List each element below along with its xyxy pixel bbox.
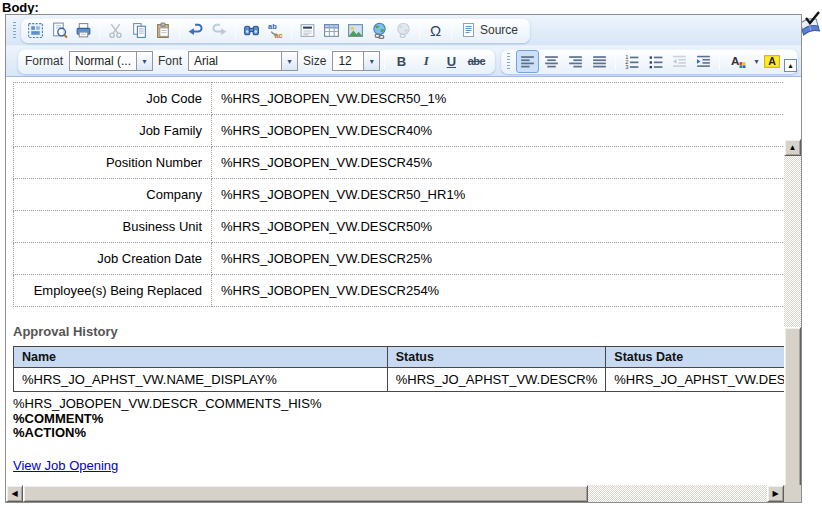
field-label-cell: Job Family (14, 115, 212, 147)
footer-tokens: %HRS_JOBOPEN_VW.DESCR_COMMENTS_HIS% %COM… (13, 397, 784, 441)
field-label-cell: Position Number (14, 147, 212, 179)
field-value-cell: %HRS_JOBOPEN_VW.DESCR254% (212, 275, 785, 307)
field-value-cell: %HRS_JOBOPEN_VW.DESCR50_1% (212, 83, 785, 115)
text-color-icon[interactable]: A (724, 50, 752, 73)
italic-button[interactable]: I (414, 50, 438, 72)
format-dropdown[interactable]: Normal (... ▾ (69, 51, 153, 71)
horizontal-scrollbar[interactable]: ◀ ▶ (6, 485, 784, 502)
field-label-cell: Business Unit (14, 211, 212, 243)
copy-icon[interactable] (128, 19, 151, 42)
outdent-icon[interactable] (668, 50, 691, 73)
align-left-icon[interactable] (516, 50, 539, 73)
svg-text:Ω: Ω (430, 22, 441, 38)
chevron-down-icon[interactable]: ▾ (363, 52, 379, 70)
underline-button[interactable]: U (439, 50, 463, 72)
field-value-cell: %HRS_JOBOPEN_VW.DESCR50_HR1% (212, 179, 785, 211)
size-value: 12 (333, 52, 363, 70)
view-job-opening-link[interactable]: View Job Opening (13, 458, 118, 473)
font-value: Arial (189, 52, 281, 70)
table-row: Job Creation Date%HRS_JOBOPEN_VW.DESCR25… (14, 243, 785, 275)
chevron-down-icon[interactable]: ▾ (136, 52, 152, 70)
approval-status-cell: %HRS_JO_APHST_VW.DESCR% (387, 368, 606, 392)
special-character-icon[interactable]: Ω (424, 19, 447, 42)
field-value-cell: %HRS_JOBOPEN_VW.DESCR50% (212, 211, 785, 243)
table-row: Employee(s) Being Replaced%HRS_JOBOPEN_V… (14, 275, 785, 307)
column-header-status-date: Status Date (606, 347, 784, 368)
format-label: Format (25, 54, 63, 68)
table-header-row: Name Status Status Date (14, 347, 785, 368)
table-icon[interactable] (320, 19, 343, 42)
toolbar-grip[interactable] (507, 53, 510, 70)
horizontal-line-icon[interactable] (296, 19, 319, 42)
scrollbar-thumb[interactable] (23, 485, 588, 502)
field-label-cell: Job Creation Date (14, 243, 212, 275)
size-dropdown[interactable]: 12 ▾ (332, 51, 380, 71)
collapse-toolbar-icon[interactable]: ▲ (784, 59, 797, 72)
table-row: Job Family%HRS_JOBOPEN_VW.DESCR40% (14, 115, 785, 147)
approval-history-table: Name Status Status Date %HRS_JO_APHST_VW… (13, 346, 784, 392)
comments-history-token: %HRS_JOBOPEN_VW.DESCR_COMMENTS_HIS% (13, 397, 784, 412)
toolbar-row-2: Format Normal (... ▾ Font Arial ▾ Size 1… (6, 46, 801, 77)
replace-icon[interactable]: abac (264, 19, 287, 42)
source-icon (461, 22, 476, 38)
vertical-scrollbar[interactable]: ▲ ▼ (784, 139, 801, 502)
svg-text:A: A (769, 55, 777, 67)
approval-date-cell: %HRS_JO_APHST_VW.DESCR2 (606, 368, 784, 392)
strikethrough-button[interactable]: abc (464, 50, 488, 72)
background-color-icon[interactable]: A (759, 50, 785, 73)
table-row: Business Unit%HRS_JOBOPEN_VW.DESCR50% (14, 211, 785, 243)
size-label: Size (303, 54, 326, 68)
image-icon[interactable] (344, 19, 367, 42)
justify-icon[interactable] (588, 50, 611, 73)
source-button[interactable]: Source (456, 19, 523, 42)
scroll-up-icon[interactable]: ▲ (784, 139, 801, 156)
approval-name-cell: %HRS_JO_APHST_VW.NAME_DISPLAY% (14, 368, 388, 392)
field-label: Body: (2, 0, 39, 15)
source-label: Source (480, 23, 518, 37)
scrollbar-thumb[interactable] (784, 327, 801, 502)
find-icon[interactable] (240, 19, 263, 42)
table-row: Position Number%HRS_JOBOPEN_VW.DESCR45% (14, 147, 785, 179)
editor-content-region: Job Code%HRS_JOBOPEN_VW.DESCR50_1% Job F… (6, 77, 801, 502)
toolbar-row-1: abac (6, 15, 801, 46)
align-right-icon[interactable] (564, 50, 587, 73)
comment-token: %COMMENT% (13, 412, 784, 427)
field-label-cell: Company (14, 179, 212, 211)
chevron-down-icon[interactable]: ▾ (754, 57, 758, 66)
format-value: Normal (... (70, 52, 136, 70)
numbered-list-icon[interactable]: 123 (620, 50, 643, 73)
unlink-icon[interactable] (392, 19, 415, 42)
toolbar-grip[interactable] (13, 22, 16, 39)
redo-icon[interactable] (208, 19, 231, 42)
table-row: Company%HRS_JOBOPEN_VW.DESCR50_HR1% (14, 179, 785, 211)
column-header-status: Status (387, 347, 606, 368)
chevron-down-icon[interactable]: ▾ (281, 52, 297, 70)
link-icon[interactable] (368, 19, 391, 42)
preview-icon[interactable] (48, 19, 71, 42)
scrollbar-corner (784, 485, 801, 502)
indent-icon[interactable] (692, 50, 715, 73)
table-row: %HRS_JO_APHST_VW.NAME_DISPLAY% %HRS_JO_A… (14, 368, 785, 392)
column-header-name: Name (14, 347, 388, 368)
field-label-cell: Job Code (14, 83, 212, 115)
cut-icon[interactable] (104, 19, 127, 42)
font-dropdown[interactable]: Arial ▾ (188, 51, 298, 71)
table-row: Job Code%HRS_JOBOPEN_VW.DESCR50_1% (14, 83, 785, 115)
align-center-icon[interactable] (540, 50, 563, 73)
svg-text:A: A (731, 54, 740, 67)
templates-icon[interactable] (24, 19, 47, 42)
print-icon[interactable] (72, 19, 95, 42)
rich-text-editor: abac (5, 14, 802, 503)
font-label: Font (158, 54, 182, 68)
action-token: %ACTION% (13, 426, 784, 441)
job-fields-table: Job Code%HRS_JOBOPEN_VW.DESCR50_1% Job F… (13, 82, 784, 307)
field-value-cell: %HRS_JOBOPEN_VW.DESCR40% (212, 115, 785, 147)
bold-button[interactable]: B (389, 50, 413, 72)
scroll-right-icon[interactable]: ▶ (767, 485, 784, 502)
svg-text:3: 3 (626, 63, 629, 69)
scroll-left-icon[interactable]: ◀ (6, 485, 23, 502)
undo-icon[interactable] (184, 19, 207, 42)
paste-icon[interactable] (152, 19, 175, 42)
bulleted-list-icon[interactable] (644, 50, 667, 73)
editor-document[interactable]: Job Code%HRS_JOBOPEN_VW.DESCR50_1% Job F… (6, 77, 784, 485)
